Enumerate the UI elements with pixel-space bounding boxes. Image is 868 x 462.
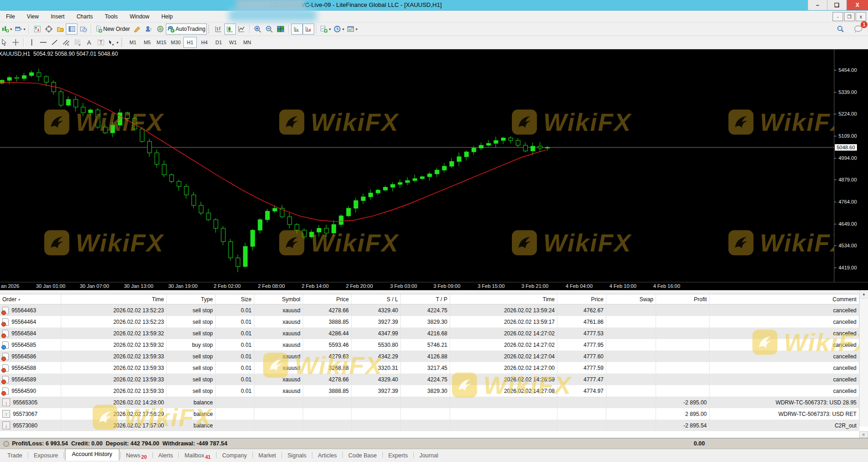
timeframe-w1[interactable]: W1: [226, 37, 240, 48]
table-row[interactable]: 955645902026.02.02 13:59:33sell stop0.01…: [0, 385, 859, 397]
price-axis[interactable]: 5048.60 5454.005339.005224.005109.004994…: [834, 49, 868, 282]
timeframe-m15[interactable]: M15: [155, 37, 168, 48]
column-header-price-9[interactable]: Price: [557, 294, 606, 304]
table-scrollbar[interactable]: ▲: [859, 290, 868, 427]
timeframe-mn[interactable]: MN: [240, 37, 254, 48]
trendline-button[interactable]: [49, 37, 60, 48]
timeframe-m5[interactable]: M5: [141, 37, 154, 48]
timeframe-d1[interactable]: D1: [212, 37, 225, 48]
mdi-restore-button[interactable]: ❐: [844, 12, 855, 21]
tile-windows-button[interactable]: [275, 23, 287, 35]
strategy-tester-button[interactable]: [77, 23, 89, 35]
timeframe-h4[interactable]: H4: [198, 37, 211, 48]
tab-trade[interactable]: Trade: [3, 450, 27, 461]
zoom-in-button[interactable]: [252, 23, 264, 35]
tab-market[interactable]: Market: [254, 450, 281, 461]
vertical-line-button[interactable]: [26, 37, 37, 48]
templates-button[interactable]: ▾: [346, 23, 359, 35]
table-header[interactable]: Order▴TimeTypeSizeSymbolPriceS / LT / PT…: [0, 294, 868, 304]
column-header-size-3[interactable]: Size: [216, 294, 254, 304]
column-header-price-5[interactable]: Price: [303, 294, 352, 304]
column-header-type-2[interactable]: Type: [167, 294, 216, 304]
zoom-out-button[interactable]: [264, 23, 275, 35]
column-header-swap-10[interactable]: Swap: [606, 294, 656, 304]
horizontal-line-button[interactable]: [37, 37, 49, 48]
tab-experts[interactable]: Experts: [384, 450, 412, 461]
tab-exposure[interactable]: Exposure: [29, 450, 63, 461]
tab-code-base[interactable]: Code Base: [344, 450, 381, 461]
column-header-time-8[interactable]: Time: [450, 294, 557, 304]
equidistant-channel-button[interactable]: E: [60, 37, 72, 48]
column-header-order-0[interactable]: Order▴: [0, 294, 61, 304]
chart-area[interactable]: XAUUSD,H1 5054.92 5058.90 5047.01 5048.6…: [0, 49, 868, 282]
table-row[interactable]: 955645852026.02.02 13:59:32buy stop0.01x…: [0, 339, 859, 351]
line-chart-button[interactable]: [236, 23, 247, 35]
tab-account-history[interactable]: Account History: [65, 449, 119, 461]
time-axis[interactable]: an 202630 Jan 01:0030 Jan 07:0030 Jan 13…: [0, 282, 868, 290]
tab-mailbox[interactable]: Mailbox41: [180, 450, 215, 461]
navigator-button[interactable]: [54, 23, 66, 35]
column-header-sl-6[interactable]: S / L: [352, 294, 401, 304]
column-header-profit-11[interactable]: Profit: [656, 294, 710, 304]
new-chart-button[interactable]: ▾: [0, 23, 13, 35]
table-row[interactable]: ↑955730672026.02.02 17:56:29balance2 895…: [0, 408, 859, 420]
column-header-tp-7[interactable]: T / P: [401, 294, 450, 304]
menu-charts[interactable]: Charts: [70, 13, 99, 20]
scrollbar-grip-icon[interactable]: ≡: [859, 431, 868, 438]
tab-company[interactable]: Company: [217, 450, 252, 461]
table-row[interactable]: ↓955730802026.02.02 17:57:00balance-2 89…: [0, 420, 859, 431]
mdi-minimize-button[interactable]: -: [833, 12, 843, 21]
timeframe-h1[interactable]: H1: [183, 37, 197, 48]
table-row[interactable]: 955645842026.02.02 13:59:32sell stop0.01…: [0, 327, 859, 339]
indicators-button[interactable]: ▾: [319, 23, 332, 35]
table-row[interactable]: 955645862026.02.02 13:59:33sell stop0.01…: [0, 351, 859, 362]
close-button[interactable]: X: [846, 0, 868, 10]
menu-insert[interactable]: Insert: [45, 13, 70, 20]
cursor-button[interactable]: [0, 37, 10, 48]
market-watch-button[interactable]: [31, 23, 43, 35]
candlestick-chart-button[interactable]: [224, 23, 236, 35]
mdi-close-button[interactable]: x: [856, 12, 866, 21]
table-row[interactable]: ↓955653052026.02.02 14:28:00balance-2 89…: [0, 397, 859, 408]
text-label-button[interactable]: T: [95, 37, 106, 48]
chart-profiles-button[interactable]: ▾: [13, 23, 27, 35]
menu-view[interactable]: View: [21, 13, 45, 20]
timeframe-m1[interactable]: M1: [126, 37, 140, 48]
menu-window[interactable]: Window: [124, 13, 156, 20]
bar-chart-button[interactable]: [213, 23, 224, 35]
timeframe-m30[interactable]: M30: [169, 37, 182, 48]
tab-signals[interactable]: Signals: [283, 450, 311, 461]
auto-scroll-button[interactable]: [291, 23, 303, 35]
tab-articles[interactable]: Articles: [313, 450, 341, 461]
menu-tools[interactable]: Tools: [99, 13, 124, 20]
menu-help[interactable]: Help: [155, 13, 179, 20]
crosshair-button[interactable]: [10, 37, 21, 48]
new-order-button[interactable]: New Order: [94, 23, 131, 35]
arrows-button[interactable]: ▾: [106, 37, 120, 48]
column-header-comment-12[interactable]: Comment: [710, 294, 859, 304]
table-row[interactable]: 955645892026.02.02 13:59:33sell stop0.01…: [0, 374, 859, 385]
text-button[interactable]: A: [83, 37, 95, 48]
metaquotes-community-button[interactable]: [143, 23, 154, 35]
maximize-button[interactable]: ❑: [827, 0, 846, 10]
menu-file[interactable]: File: [0, 13, 21, 20]
tab-news[interactable]: News20: [122, 450, 152, 461]
table-row[interactable]: 955644632026.02.02 13:52:23sell stop0.01…: [0, 304, 859, 316]
tab-alerts[interactable]: Alerts: [154, 450, 178, 461]
table-row[interactable]: 955644642026.02.02 13:52:23sell stop0.01…: [0, 316, 859, 327]
terminal-button[interactable]: [66, 23, 77, 35]
scroll-up-icon[interactable]: ▲: [860, 290, 868, 298]
tab-journal[interactable]: Journal: [415, 450, 443, 461]
fibonacci-button[interactable]: F: [72, 37, 83, 48]
chart-plot[interactable]: XAUUSD,H1 5054.92 5058.90 5047.01 5048.6…: [0, 49, 834, 282]
table-row[interactable]: 955645882026.02.02 13:59:33sell stop0.01…: [0, 362, 859, 374]
chart-shift-button[interactable]: [303, 23, 314, 35]
column-header-symbol-4[interactable]: Symbol: [254, 294, 303, 304]
minimize-button[interactable]: –: [808, 0, 827, 10]
data-window-button[interactable]: [43, 23, 54, 35]
depth-of-market-button[interactable]: [154, 23, 166, 35]
autotrading-button[interactable]: AutoTrading: [166, 23, 207, 35]
chat-button[interactable]: 1: [852, 23, 864, 35]
column-header-time-1[interactable]: Time: [61, 294, 167, 304]
search-button[interactable]: [835, 23, 846, 35]
